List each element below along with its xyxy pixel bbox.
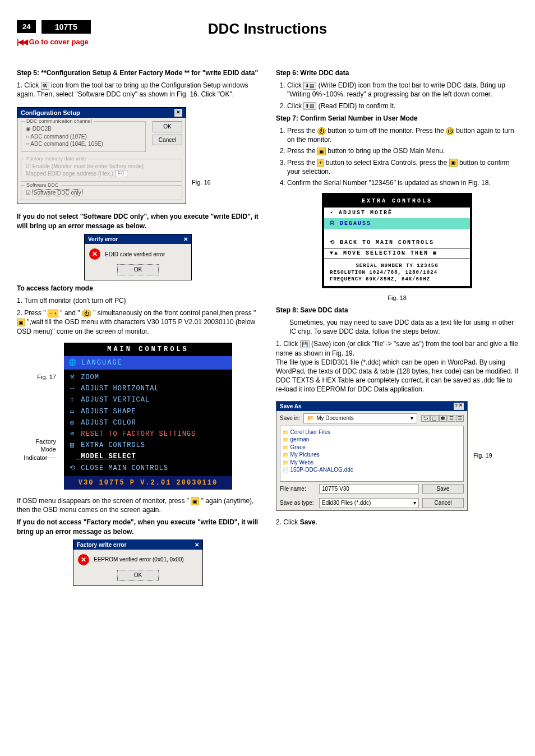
step6-item2: Click ⬆▤ (Read EDID) to confirm it. — [287, 102, 518, 110]
nav-icons[interactable]: ⮌▢✽☰☰ — [421, 414, 464, 422]
software-ddc-checkbox[interactable]: ☑ Software DDC only — [26, 189, 177, 197]
group-label: Factory memory data write — [25, 155, 88, 162]
savein-dropdown[interactable]: 📂My Documents▾ — [303, 413, 417, 423]
osd-item: ADJUST COLOR — [81, 419, 136, 427]
osd-item: ZOOM — [81, 374, 99, 381]
osd-item: MODEL SELECT — [81, 453, 136, 460]
osd-item: RESET TO FACTORY SETTINGS — [81, 430, 196, 438]
write-edid-icon: ⬇▤ — [303, 82, 316, 90]
ok-button[interactable]: OK — [117, 264, 159, 275]
list-item[interactable]: My Pictures — [283, 451, 461, 459]
label: Enable (Monitor must be enter factory mo… — [33, 163, 144, 169]
osd-item: ADJUST HORIZONTAL — [81, 385, 159, 393]
page-header: 24 107T5 DDC Instructions |◀◀ Go to cove… — [17, 20, 518, 54]
step8-item1: 1. Click 💾 (Save) icon (or click "file"-… — [276, 339, 518, 394]
type-label: Save as type: — [280, 499, 316, 507]
ok-button[interactable]: OK — [153, 121, 182, 132]
fig19-label: Fig. 19 — [473, 451, 492, 460]
text: ",wait till the OSD menu with characters… — [17, 318, 255, 335]
radio-ddc2b[interactable]: ◉ DDC2B — [26, 125, 141, 133]
ok-osd-icon: ▣ — [317, 147, 326, 155]
list-item[interactable]: Grace — [283, 444, 461, 451]
radio-adc107[interactable]: ○ ADC command (107E) — [26, 133, 141, 141]
label: ADC command (104E, 105E) — [30, 141, 103, 147]
access-factory-title: To access factory mode — [17, 284, 259, 293]
text: If OSD menu disappears on the screen of … — [17, 497, 191, 505]
cancel-button[interactable]: Cancel — [422, 498, 464, 508]
no-factory-note: If you do not access "Factory mode", whe… — [17, 518, 259, 536]
save-button[interactable]: Save — [422, 484, 464, 494]
text: Press the — [287, 147, 317, 155]
osd-item: BACK TO MAIN CONTROLS — [340, 239, 434, 246]
text: (Save) icon (or click "file"-> "save as"… — [276, 340, 518, 357]
factory-mode-side1: Factory — [17, 437, 56, 446]
list-item[interactable]: german — [283, 436, 461, 444]
dialog-title: Factory write error — [77, 541, 126, 549]
window-buttons[interactable]: ? ✕ — [454, 403, 464, 411]
read-edid-icon: ⬆▤ — [303, 102, 316, 110]
page-number: 24 — [17, 20, 36, 33]
frequency-line: FREQUENCY 69K/85HZ, 64K/60HZ — [330, 276, 464, 283]
radio-adc104[interactable]: ○ ADC command (104E, 105E) — [26, 140, 141, 148]
factory-mode-side3: Indicator — [24, 454, 47, 461]
moire-icon: ▪ — [330, 210, 334, 216]
type-dropdown[interactable]: Edid30 Files (*.ddc)▾ — [319, 498, 419, 508]
dialog-title: Verify error — [88, 236, 118, 243]
mapped-value[interactable]: F0 — [115, 170, 127, 177]
serial-line: SERIAL NUMBER TY 123456 — [330, 262, 464, 269]
filename-label: File name: — [280, 485, 316, 493]
text: " simultaneously on the front control pa… — [93, 309, 256, 317]
file-list[interactable]: Corel User Files german Grace My Picture… — [280, 426, 464, 482]
close-icon[interactable]: ✕ — [174, 109, 182, 117]
power-icon: ⏻ — [82, 310, 91, 317]
label: ADC command (107E) — [30, 133, 87, 140]
config-tool-icon: 🛠 — [41, 82, 49, 90]
text: (Read EDID) to confirm it. — [316, 102, 395, 110]
step7-item1: Press the ⏻ button to turn off the monit… — [287, 126, 518, 144]
filename-input[interactable]: 107T5 V30 — [319, 484, 419, 494]
fig18-label: Fig. 18 — [276, 294, 518, 302]
osd-item: ADJUST MOIRÉ — [339, 210, 393, 216]
step6-title: Step 6: Write DDC data — [276, 68, 518, 77]
page-title: DDC Instructions — [17, 20, 518, 38]
text: Press the — [287, 159, 317, 167]
osd-item: ADJUST VERTICAL — [81, 396, 150, 404]
value: My Documents — [316, 414, 354, 422]
updown-icon: ▼▲ — [330, 250, 339, 256]
close-icon[interactable]: ✕ — [183, 236, 188, 243]
list-item[interactable]: My Webs — [283, 459, 461, 467]
label: Software DDC only — [33, 189, 82, 196]
text: . — [316, 518, 317, 526]
resolution-line: RESOLUTION 1024/768, 1280/1024 — [330, 269, 464, 276]
step7-item3: Press the + button to select Extra Contr… — [287, 158, 518, 176]
plus-icon: + — [317, 159, 324, 167]
osd-item: CLOSE MAIN CONTROLS — [81, 464, 168, 472]
cancel-button[interactable]: Cancel — [153, 135, 182, 146]
step7-title: Step 7: Confirm Serial Number in User Mo… — [276, 114, 518, 123]
savein-label: Save in: — [280, 414, 300, 422]
ok-button[interactable]: OK — [117, 570, 159, 581]
error-msg: EDID code verified error — [105, 251, 165, 259]
step7-item4: Confirm the Serial Number "123456" is up… — [287, 178, 518, 187]
cover-link-label: Go to cover page — [29, 38, 89, 46]
text: 1. Click — [17, 81, 41, 89]
list-item[interactable]: 150P-DDC-ANALOG.ddc — [283, 466, 461, 474]
close-icon[interactable]: ✕ — [195, 541, 199, 549]
text: (Write EDID) icon from the tool bar to w… — [287, 81, 505, 98]
enable-checkbox[interactable]: ☑ Enable (Monitor must be enter factory … — [26, 163, 177, 170]
globe-icon: 🌐 — [68, 358, 76, 367]
label: LANGUAGE — [81, 359, 123, 367]
fig17-label: Fig. 17 — [17, 373, 56, 381]
model-label: 107T5 — [41, 20, 91, 34]
ok-osd-icon: ▣ — [191, 497, 199, 505]
go-to-cover-link[interactable]: |◀◀ Go to cover page — [17, 38, 518, 46]
left-column: Step 5: **Configuration Setup & Enter Fa… — [17, 65, 259, 589]
osd-footer: V30 107T5 P V.2.01 20030110 — [64, 476, 232, 490]
access-step2: 2. Press " − + " and " ⏻ " simultaneousl… — [17, 308, 259, 336]
step5-item1: 1. Click 🛠 icon from the tool bar to bri… — [17, 81, 259, 99]
save-word: Save — [300, 518, 316, 526]
text: " and " — [60, 309, 82, 317]
power-icon: ⏻ — [446, 127, 454, 135]
ok-osd-icon: ▣ — [17, 319, 25, 326]
list-item[interactable]: Corel User Files — [283, 428, 461, 436]
